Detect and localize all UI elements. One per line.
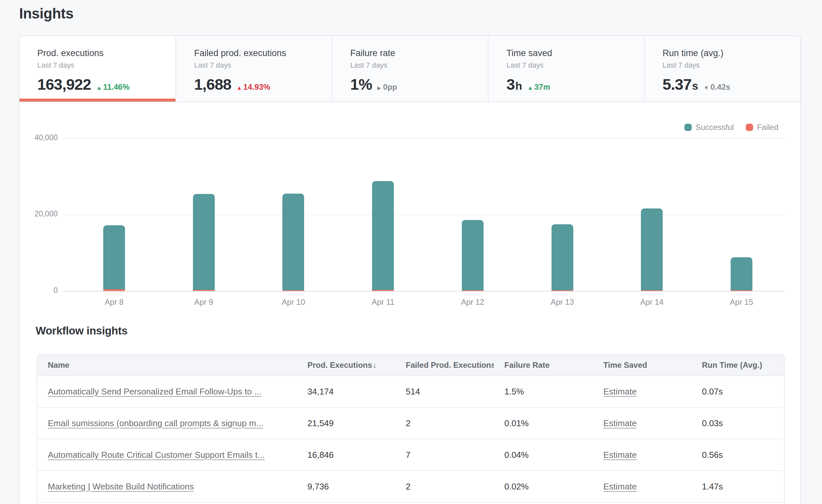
x-axis-line (63, 291, 784, 292)
bar-failed-segment[interactable] (641, 290, 663, 291)
table-row: Automatically Send Personalized Email Fo… (37, 375, 784, 407)
failed-prod-executions-cell: 7 (395, 450, 494, 460)
table-row: Marketing | Website Build Notifications … (37, 470, 784, 502)
failed-swatch-icon (746, 124, 753, 131)
metric-card[interactable]: Prod. executions Last 7 days 163,922 ▲ 1… (19, 36, 175, 102)
triangle-up-icon: ▲ (96, 85, 102, 91)
x-tick-apr-11: Apr 11 (350, 298, 416, 307)
metric-label: Failure rate (350, 48, 488, 58)
gridline-40000 (63, 138, 784, 139)
y-tick-0: 0 (18, 286, 58, 295)
bar-failed-segment[interactable] (103, 289, 125, 291)
legend-item-failed[interactable]: Failed (746, 123, 778, 132)
bar-successful-segment[interactable] (462, 220, 484, 290)
workflow-name-link[interactable]: Email sumissions (onboarding call prompt… (48, 418, 263, 428)
column-header-prod-executions[interactable]: Prod. Executions↓ (297, 361, 395, 370)
bar-apr-8[interactable] (103, 225, 125, 291)
column-header-time-saved[interactable]: Time Saved (593, 361, 691, 370)
time-saved-estimate-link[interactable]: Estimate (603, 418, 637, 428)
table-header-row: Name Prod. Executions↓ Failed Prod. Exec… (37, 355, 784, 375)
x-tick-apr-8: Apr 8 (81, 298, 147, 307)
time-saved-estimate-link[interactable]: Estimate (603, 387, 637, 397)
failed-prod-executions-cell: 2 (395, 418, 494, 429)
page-title: Insights (19, 5, 73, 22)
prod-executions-cell: 9,736 (297, 482, 395, 492)
y-tick-20000: 20,000 (18, 209, 58, 218)
metric-card[interactable]: Failed prod. executions Last 7 days 1,68… (175, 36, 332, 102)
workflow-name-link[interactable]: Automatically Route Critical Customer Su… (48, 450, 265, 460)
bar-failed-segment[interactable] (282, 290, 304, 291)
bar-failed-segment[interactable] (731, 290, 752, 291)
metric-value: 5.37 (663, 75, 691, 93)
metric-value: 1,688 (194, 75, 231, 93)
selected-card-accent (19, 99, 175, 102)
legend-label-successful: Successful (696, 123, 734, 132)
bar-failed-segment[interactable] (372, 290, 394, 291)
metric-card[interactable]: Time saved Last 7 days 3 h ▲ 37m (488, 36, 644, 102)
bar-apr-14[interactable] (641, 208, 663, 291)
failed-prod-executions-cell: 2 (395, 482, 494, 492)
bar-apr-11[interactable] (372, 181, 394, 291)
metric-unit: s (692, 79, 698, 92)
metric-value: 1% (350, 75, 372, 93)
x-tick-apr-13: Apr 13 (529, 298, 595, 307)
run-time-cell: 0.56s (691, 450, 784, 460)
bar-failed-segment[interactable] (193, 290, 215, 291)
bar-apr-13[interactable] (551, 224, 573, 291)
triangle-up-icon: ▲ (527, 85, 533, 91)
x-tick-apr-10: Apr 10 (260, 298, 326, 307)
metric-period: Last 7 days (37, 61, 175, 70)
bar-successful-segment[interactable] (641, 208, 663, 290)
failure-rate-cell: 1.5% (494, 387, 593, 397)
run-time-cell: 0.03s (691, 418, 784, 429)
metric-card[interactable]: Run time (avg.) Last 7 days 5.37 s ▼ 0.4… (644, 36, 800, 102)
metric-period: Last 7 days (350, 61, 488, 70)
bar-successful-segment[interactable] (193, 194, 215, 290)
time-saved-estimate-link[interactable]: Estimate (603, 482, 637, 491)
run-time-cell: 1.47s (691, 482, 784, 492)
bar-apr-10[interactable] (282, 193, 304, 291)
x-tick-apr-14: Apr 14 (619, 298, 685, 307)
metric-period: Last 7 days (506, 61, 644, 70)
metric-label: Time saved (506, 48, 644, 58)
triangle-right-icon: ▶ (377, 85, 381, 91)
metric-card[interactable]: Failure rate Last 7 days 1% ▶ 0pp (332, 36, 488, 102)
bar-apr-12[interactable] (462, 220, 484, 291)
bar-successful-segment[interactable] (731, 257, 752, 290)
bar-successful-segment[interactable] (551, 224, 573, 290)
triangle-down-icon: ▼ (704, 85, 709, 91)
x-tick-apr-12: Apr 12 (440, 298, 506, 307)
prod-executions-cell: 34,174 (297, 387, 395, 397)
metric-label: Failed prod. executions (194, 48, 332, 58)
bar-successful-segment[interactable] (372, 181, 394, 290)
column-header-failed-prod-executions[interactable]: Failed Prod. Executions (395, 361, 494, 370)
workflow-name-link[interactable]: Marketing | Website Build Notifications (48, 482, 194, 491)
column-header-name[interactable]: Name (37, 361, 297, 370)
legend-item-successful[interactable]: Successful (685, 123, 734, 132)
x-tick-apr-15: Apr 15 (709, 298, 775, 307)
workflow-name-link[interactable]: Automatically Send Personalized Email Fo… (48, 387, 261, 397)
bar-apr-15[interactable] (731, 257, 752, 291)
column-header-failure-rate[interactable]: Failure Rate (494, 361, 593, 370)
bar-apr-9[interactable] (193, 194, 215, 291)
metric-delta: ▶ 0pp (377, 82, 397, 92)
metric-delta: ▲ 14.93% (237, 82, 270, 92)
next-row-partial (37, 502, 784, 504)
table-row: Email sumissions (onboarding call prompt… (37, 407, 784, 439)
y-tick-40000: 40,000 (18, 133, 58, 142)
time-saved-estimate-link[interactable]: Estimate (603, 450, 637, 460)
column-header-run-time[interactable]: Run Time (Avg.) (691, 361, 784, 370)
prod-executions-cell: 16,846 (297, 450, 395, 460)
bar-failed-segment[interactable] (462, 290, 484, 291)
bar-failed-segment[interactable] (551, 290, 573, 291)
bar-successful-segment[interactable] (282, 193, 304, 290)
triangle-up-icon: ▲ (237, 85, 242, 91)
metric-label: Prod. executions (37, 48, 175, 58)
failure-rate-cell: 0.01% (494, 418, 593, 429)
workflow-insights-title: Workflow insights (36, 325, 127, 337)
chart-legend: Successful Failed (685, 123, 778, 132)
bar-successful-segment[interactable] (103, 225, 125, 289)
metric-unit: h (515, 79, 522, 92)
prod-executions-cell: 21,549 (297, 418, 395, 429)
gridline-20000 (63, 214, 784, 215)
